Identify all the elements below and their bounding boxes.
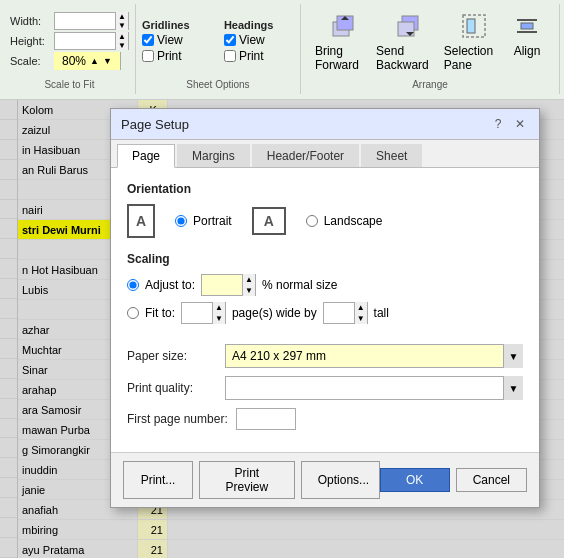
scale-down[interactable]: ▼ bbox=[103, 56, 112, 66]
adjust-to-row: Adjust to: 80 ▲ ▼ % normal size bbox=[127, 274, 523, 296]
align-icon bbox=[511, 10, 543, 42]
scale-row: Scale: 80% ▲ ▼ bbox=[10, 52, 129, 70]
left-buttons: Print... Print Preview Options... bbox=[123, 461, 380, 499]
scale-controls: Width: Automatic ▲ ▼ Height: Automatic ▲… bbox=[10, 6, 129, 77]
align-label: Align bbox=[514, 44, 541, 58]
print-button[interactable]: Print... bbox=[123, 461, 193, 499]
height-input[interactable]: Automatic bbox=[55, 33, 115, 49]
scale-to-fit-label: Scale to Fit bbox=[10, 77, 129, 92]
portrait-radio[interactable] bbox=[175, 215, 187, 227]
landscape-icon: A bbox=[252, 207, 286, 235]
height-spin-down[interactable]: ▼ bbox=[115, 41, 128, 50]
fit-to-row: Fit to: 1 ▲ ▼ page(s) wide by 1 ▲ ▼ bbox=[127, 302, 523, 324]
paper-select-wrapper[interactable]: A4 210 x 297 mm ▼ bbox=[225, 344, 523, 368]
landscape-option[interactable]: Landscape bbox=[306, 214, 383, 228]
headings-view-label: View bbox=[239, 33, 265, 47]
headings-print-label: Print bbox=[239, 49, 264, 63]
tab-page[interactable]: Page bbox=[117, 144, 175, 168]
width-input[interactable]: Automatic bbox=[55, 13, 115, 29]
fit-tall-spin-down[interactable]: ▼ bbox=[354, 313, 367, 324]
adjust-input[interactable]: 80 bbox=[202, 275, 242, 295]
print-quality-select[interactable] bbox=[225, 376, 523, 400]
fit-tall-spin-up[interactable]: ▲ bbox=[354, 302, 367, 313]
first-page-row: First page number: Auto bbox=[127, 408, 523, 430]
first-page-label: First page number: bbox=[127, 412, 228, 426]
fit-wide-input[interactable]: 1 bbox=[182, 303, 212, 323]
dialog-tabs: PageMarginsHeader/FooterSheet bbox=[111, 140, 539, 168]
tab-sheet[interactable]: Sheet bbox=[361, 144, 422, 167]
selection-pane-icon bbox=[458, 10, 490, 42]
orientation-row: A Portrait A Landscape bbox=[127, 204, 523, 238]
tab-margins[interactable]: Margins bbox=[177, 144, 250, 167]
bring-forward-icon bbox=[327, 10, 359, 42]
gridlines-headings: Gridlines View Print Headings View bbox=[142, 19, 294, 63]
headings-view-check[interactable] bbox=[224, 34, 236, 46]
dialog-action-row: Print... Print Preview Options... OK Can… bbox=[111, 452, 539, 507]
close-button[interactable]: ✕ bbox=[511, 115, 529, 133]
fit-tall-input[interactable]: 1 bbox=[324, 303, 354, 323]
portrait-option[interactable]: Portrait bbox=[175, 214, 232, 228]
width-spinbox[interactable]: Automatic ▲ ▼ bbox=[54, 12, 129, 30]
fit-tall-spinbox[interactable]: 1 ▲ ▼ bbox=[323, 302, 368, 324]
print-quality-wrapper[interactable]: ▼ bbox=[225, 376, 523, 400]
height-spin-up[interactable]: ▲ bbox=[115, 32, 128, 41]
bring-forward-btn[interactable]: Bring Forward bbox=[315, 10, 372, 72]
portrait-icon: A bbox=[127, 204, 155, 238]
gridlines-view-check[interactable] bbox=[142, 34, 154, 46]
sheet-options-section: Gridlines View Print Headings View bbox=[136, 4, 301, 94]
dialog-titlebar: Page Setup ? ✕ bbox=[111, 109, 539, 140]
cancel-button[interactable]: Cancel bbox=[456, 468, 527, 492]
adjust-spin-btns[interactable]: ▲ ▼ bbox=[242, 274, 255, 296]
tab-header-footer[interactable]: Header/Footer bbox=[252, 144, 359, 167]
headings-print-check[interactable] bbox=[224, 50, 236, 62]
height-spinbox[interactable]: Automatic ▲ ▼ bbox=[54, 32, 129, 50]
adjust-radio[interactable] bbox=[127, 279, 139, 291]
first-page-input[interactable]: Auto bbox=[236, 408, 296, 430]
gridlines-print-check[interactable] bbox=[142, 50, 154, 62]
scale-up[interactable]: ▲ bbox=[90, 56, 99, 66]
gridlines-col: Gridlines View Print bbox=[142, 19, 212, 63]
paper-size-select[interactable]: A4 210 x 297 mm bbox=[225, 344, 523, 368]
width-spin-down[interactable]: ▼ bbox=[115, 21, 128, 30]
fit-to-label: Fit to: bbox=[145, 306, 175, 320]
selection-pane-btn[interactable]: Selection Pane bbox=[444, 10, 505, 72]
height-spin-btns[interactable]: ▲ ▼ bbox=[115, 32, 128, 50]
adjust-spin-up[interactable]: ▲ bbox=[242, 274, 255, 285]
bring-forward-label: Bring Forward bbox=[315, 44, 372, 72]
ribbon: Width: Automatic ▲ ▼ Height: Automatic ▲… bbox=[0, 0, 564, 100]
fit-tall-spin-btns[interactable]: ▲ ▼ bbox=[354, 302, 367, 324]
portrait-label: Portrait bbox=[193, 214, 232, 228]
print-quality-label: Print quality: bbox=[127, 381, 217, 395]
adjust-spinbox[interactable]: 80 ▲ ▼ bbox=[201, 274, 256, 296]
fit-wide-spinbox[interactable]: 1 ▲ ▼ bbox=[181, 302, 226, 324]
gridlines-print-label: Print bbox=[157, 49, 182, 63]
orientation-section-title: Orientation bbox=[127, 182, 523, 196]
arrange-content: Bring Forward Send Backward Selection Pa… bbox=[307, 6, 553, 77]
svg-rect-7 bbox=[467, 19, 475, 33]
help-button[interactable]: ? bbox=[489, 115, 507, 133]
normal-size-label: % normal size bbox=[262, 278, 337, 292]
titlebar-buttons: ? ✕ bbox=[489, 115, 529, 133]
fit-pages-label: page(s) wide by bbox=[232, 306, 317, 320]
fit-wide-spin-up[interactable]: ▲ bbox=[212, 302, 225, 313]
scale-bar[interactable]: 80% ▲ ▼ bbox=[54, 52, 121, 70]
fit-wide-spin-btns[interactable]: ▲ ▼ bbox=[212, 302, 225, 324]
gridlines-print-row: Print bbox=[142, 49, 212, 63]
width-row: Width: Automatic ▲ ▼ bbox=[10, 12, 129, 30]
align-btn[interactable]: Align bbox=[509, 10, 545, 72]
landscape-label: Landscape bbox=[324, 214, 383, 228]
adjust-spin-down[interactable]: ▼ bbox=[242, 285, 255, 296]
send-backward-btn[interactable]: Send Backward bbox=[376, 10, 440, 72]
fit-wide-spin-down[interactable]: ▼ bbox=[212, 313, 225, 324]
landscape-radio[interactable] bbox=[306, 215, 318, 227]
gridlines-view-label: View bbox=[157, 33, 183, 47]
width-spin-up[interactable]: ▲ bbox=[115, 12, 128, 21]
print-preview-button[interactable]: Print Preview bbox=[199, 461, 295, 499]
ok-button[interactable]: OK bbox=[380, 468, 450, 492]
width-spin-btns[interactable]: ▲ ▼ bbox=[115, 12, 128, 30]
fit-to-radio[interactable] bbox=[127, 307, 139, 319]
arrange-label: Arrange bbox=[307, 77, 553, 92]
height-row: Height: Automatic ▲ ▼ bbox=[10, 32, 129, 50]
options-button[interactable]: Options... bbox=[301, 461, 380, 499]
gridlines-title: Gridlines bbox=[142, 19, 212, 31]
